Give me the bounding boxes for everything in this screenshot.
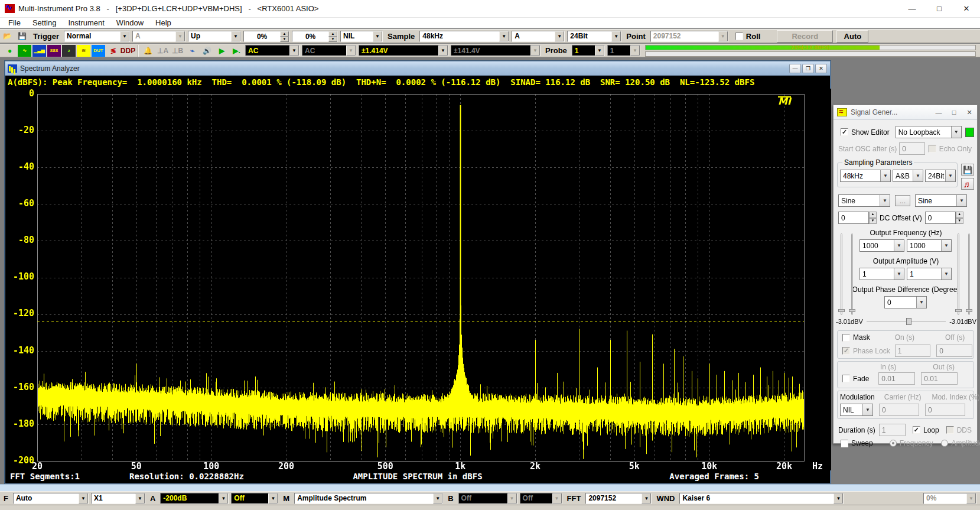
modulation-type-select[interactable]: NIL▼ [840, 404, 873, 416]
dc-offset-b-input[interactable]: 0 [925, 212, 956, 224]
sg-minimize-button[interactable]: — [933, 109, 944, 116]
sg-channels-select[interactable]: A&B▼ [893, 170, 923, 182]
fade-checkbox[interactable]: Fade [842, 375, 869, 383]
data-logger-icon[interactable]: ≋ [77, 45, 90, 57]
child-close-button[interactable]: ✕ [815, 64, 827, 73]
level-fader-a2-handle[interactable] [849, 309, 855, 312]
level-fader-b2-track[interactable] [968, 233, 970, 315]
channel-a-label: A [146, 494, 159, 503]
spin-down-icon[interactable]: ▼ [869, 218, 877, 225]
menu-window[interactable]: Window [110, 18, 149, 28]
ground-b-icon[interactable]: ⊥B [171, 45, 184, 57]
lcr-meter-icon[interactable]: DUT [92, 45, 105, 57]
signal-generator-titlebar[interactable]: Signal Gener... — □ ✕ [834, 105, 977, 120]
open-file-icon[interactable]: 📂 [1, 30, 14, 42]
sample-rate-select[interactable]: 48kHz▼ [419, 31, 509, 42]
spectrum-3d-plot-icon[interactable]: ◕ [62, 45, 76, 57]
trigger-mode-select[interactable]: Normal▼ [64, 31, 130, 42]
trigger-level-spinner[interactable]: 0% ▲▼ [243, 31, 289, 42]
waveform-b-select[interactable]: Sine▼ [915, 194, 967, 207]
close-button[interactable]: ✕ [953, 0, 980, 18]
trigger-delay-spinner[interactable]: 0% ▲▼ [292, 31, 338, 42]
level-fader-b-handle[interactable] [955, 309, 962, 312]
analysis-mode-select[interactable]: Amplitude Spectrum▼ [294, 493, 443, 504]
oscilloscope-icon[interactable]: ∿ [18, 45, 31, 57]
probe-calibration-icon[interactable]: ⌁ [185, 45, 199, 57]
window-function-select[interactable]: Kaiser 6▼ [679, 493, 844, 504]
phase-lock-checkbox: Phase Lock [842, 347, 890, 355]
app-titlebar[interactable]: Multi-Instrument Pro 3.8 - [+3DP+DLG+LCR… [0, 0, 980, 18]
spin-down-icon[interactable]: ▼ [328, 37, 337, 42]
sg-bits-select[interactable]: 24Bit▼ [925, 170, 956, 182]
balance-slider[interactable] [867, 317, 946, 326]
balance-slider-handle[interactable] [906, 318, 911, 325]
level-fader-b-track[interactable] [958, 233, 959, 315]
play-icon[interactable]: ▶ [215, 45, 229, 57]
bit-depth-select[interactable]: 24Bit▼ [567, 31, 621, 42]
ddp-viewer-icon[interactable]: DDP [121, 45, 135, 57]
level-fader-a-handle[interactable] [838, 309, 845, 312]
a-range-select[interactable]: -200dB▼ [160, 493, 229, 504]
level-fader-b2-handle[interactable] [966, 309, 972, 312]
waveform-a-select[interactable]: Sine▼ [838, 194, 890, 207]
spin-down-icon[interactable]: ▼ [956, 218, 963, 225]
coupling-a-select[interactable]: AC▼ [245, 45, 299, 56]
ground-a-icon[interactable]: ⊥A [156, 45, 170, 57]
save-file-icon[interactable]: 💾 [15, 30, 29, 42]
spectrum-window-titlebar[interactable]: Spectrum Analyzer — ❐ ✕ [5, 61, 830, 76]
mask-checkbox[interactable]: Mask [842, 333, 870, 342]
spin-down-icon[interactable]: ▼ [280, 37, 289, 42]
dc-offset-a-input[interactable]: 0 [838, 212, 869, 224]
hpf-select[interactable]: NIL▼ [340, 31, 383, 42]
sg-close-button[interactable]: ✕ [964, 109, 975, 116]
spin-up-icon[interactable]: ▲ [869, 212, 877, 218]
amplitude-b-select[interactable]: 1▼ [907, 268, 952, 280]
save-waveform-icon[interactable]: 💾 [961, 164, 974, 176]
generator-run-button[interactable] [965, 128, 974, 137]
show-editor-checkbox[interactable]: Show Editor [841, 128, 890, 137]
child-restore-button[interactable]: ❐ [802, 64, 814, 73]
minimize-button[interactable]: — [898, 0, 926, 18]
sg-sample-rate-select[interactable]: 48kHz▼ [840, 170, 891, 182]
loopback-select[interactable]: No Loopback▼ [896, 126, 962, 138]
range-a-select[interactable]: ±1.414V▼ [359, 45, 448, 56]
level-fader-a2-track[interactable] [851, 233, 853, 315]
probe-a-select[interactable]: 1▼ [572, 45, 605, 56]
trigger-edge-select[interactable]: Up▼ [188, 31, 241, 42]
workspace-scrollbar[interactable] [0, 484, 980, 491]
menu-instrument[interactable]: Instrument [62, 18, 110, 28]
play-loop-icon[interactable]: ▶. [230, 45, 243, 57]
derived-data-point-icon[interactable]: ≶ [106, 45, 120, 57]
freq-zoom-select[interactable]: X1▼ [91, 493, 145, 504]
loop-checkbox[interactable]: Loop [913, 426, 939, 434]
child-minimize-button[interactable]: — [789, 64, 801, 73]
music-score-icon[interactable]: ♬ [961, 178, 974, 190]
spectrum-analyzer-icon[interactable]: ▁▃▅ [32, 45, 46, 57]
maximize-button[interactable]: □ [926, 0, 953, 18]
menu-setting[interactable]: Setting [27, 18, 62, 28]
freq-axis-select[interactable]: Auto▼ [13, 493, 89, 504]
phase-difference-select[interactable]: 0▼ [884, 296, 927, 308]
sample-channel-select[interactable]: A▼ [512, 31, 565, 42]
fft-size-select[interactable]: 2097152▼ [585, 493, 652, 504]
spin-up-icon[interactable]: ▲ [280, 31, 289, 37]
level-fader-a-track[interactable] [841, 233, 842, 315]
spin-up-icon[interactable]: ▲ [328, 31, 337, 37]
frequency-a-select[interactable]: 1000▼ [859, 239, 904, 252]
more-options-button[interactable]: ... [895, 195, 910, 206]
alarm-icon[interactable]: 🔔 [141, 45, 155, 57]
sweep-checkbox[interactable]: Sweep [841, 439, 873, 447]
frequency-b-select[interactable]: 1000▼ [907, 239, 952, 252]
spectrum-plot[interactable] [5, 89, 831, 470]
auto-button[interactable]: Auto [836, 30, 868, 43]
multimeter-icon[interactable]: 888 [47, 45, 61, 57]
a-shift-select[interactable]: Off▼ [231, 493, 278, 504]
sg-maximize-button[interactable]: □ [949, 109, 959, 116]
amplitude-a-select[interactable]: 1▼ [859, 268, 904, 280]
sound-output-icon[interactable]: 🔊 [200, 45, 214, 57]
spin-up-icon[interactable]: ▲ [956, 212, 963, 218]
roll-checkbox[interactable]: Roll [735, 32, 761, 41]
run-icon[interactable]: ● [3, 45, 17, 57]
menu-file[interactable]: File [2, 18, 27, 28]
menu-help[interactable]: Help [149, 18, 177, 28]
